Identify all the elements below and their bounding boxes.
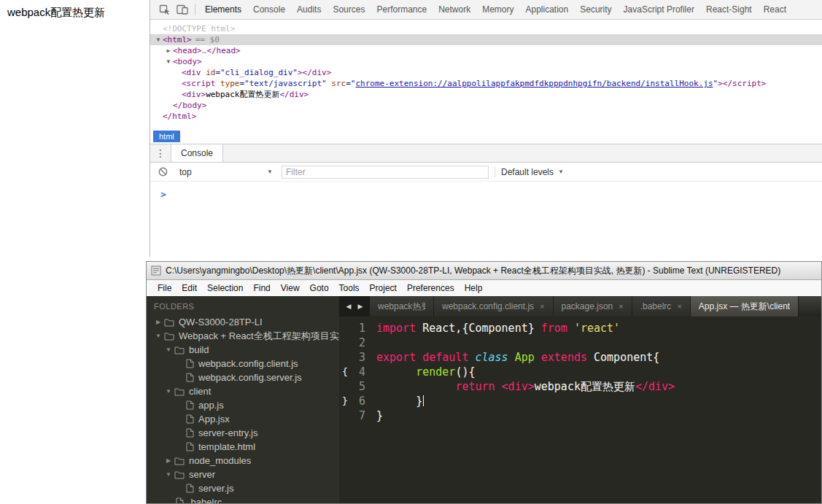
console-output[interactable]: > — [150, 182, 822, 257]
editor-tab-webpack[interactable]: webpack热更 — [370, 296, 434, 317]
tree-folder-qw-s3000[interactable]: ▶ QW-S3000-28TP-LI — [147, 315, 339, 329]
tree-folder-server[interactable]: ▼ server — [147, 468, 339, 481]
gutter-brace — [339, 379, 351, 394]
console-filter-input[interactable] — [282, 166, 489, 179]
inspect-element-icon[interactable] — [156, 0, 174, 19]
dom-node-head[interactable]: ▶<head>…</head> — [150, 45, 822, 56]
menu-edit[interactable]: Edit — [177, 282, 202, 295]
editor-tab-webpack-config-client[interactable]: webpack.config.client.js × — [434, 296, 554, 317]
dom-node-doctype[interactable]: <!DOCTYPE html> — [150, 23, 822, 34]
devtools-tab-application[interactable]: Application — [520, 0, 575, 19]
console-drawer-tabbar: ⋮ Console — [150, 144, 822, 163]
dom-tag: <html> — [163, 35, 192, 44]
expand-arrow-icon[interactable]: ▼ — [154, 333, 163, 339]
editor-tab-babelrc[interactable]: .babelrc × — [632, 296, 691, 317]
devtools-tab-sources[interactable]: Sources — [327, 0, 371, 19]
menu-goto[interactable]: Goto — [305, 282, 334, 295]
code-editor[interactable]: 1 import React,{Component} from 'react' … — [339, 317, 821, 503]
clear-console-icon[interactable] — [158, 167, 168, 177]
expand-arrow-icon[interactable]: ▼ — [164, 471, 173, 478]
dom-node-body-close[interactable]: </body> — [150, 100, 822, 111]
dom-node-cli-dialog-div[interactable]: <div id="cli_dialog_div"></div> — [150, 67, 822, 78]
devtools-tab-elements[interactable]: Elements — [199, 0, 247, 19]
devtools-tab-react[interactable]: React — [758, 0, 792, 19]
code-line[interactable]: 2 — [339, 336, 821, 350]
menu-view[interactable]: View — [276, 282, 305, 295]
dom-node-html-close[interactable]: </html> — [150, 111, 822, 122]
devtools-tab-audits[interactable]: Audits — [291, 0, 327, 19]
script-src-link[interactable]: chrome-extension://aalppolilappfakpmdfdk… — [355, 79, 713, 88]
tree-file-webpack-config-client[interactable]: webpack.config.client.js — [147, 357, 339, 371]
expand-arrow-icon[interactable]: ▼ — [164, 56, 173, 67]
tab-label: package.json — [562, 301, 613, 311]
code-line[interactable]: 5 return <div>webpack配置热更新</div> — [339, 379, 821, 394]
sublime-sidebar: FOLDERS ▶ QW-S3000-28TP-LI ▼ Webpack + R… — [147, 296, 339, 503]
devtools-tab-performance[interactable]: Performance — [371, 0, 433, 19]
code-token: } — [376, 409, 383, 422]
editor-tab-package-json[interactable]: package.json × — [554, 296, 632, 317]
editor-tab-app-jsx[interactable]: App.jsx — 热更新\client — [691, 296, 799, 317]
line-number: 6 — [351, 394, 365, 408]
overflow-menu-icon[interactable]: ⋮ — [150, 144, 171, 162]
menu-preferences[interactable]: Preferences — [402, 282, 460, 295]
file-icon — [186, 359, 194, 368]
collapse-arrow-icon[interactable]: ▶ — [164, 45, 173, 56]
tree-file-app-jsx[interactable]: App.jsx — [147, 412, 339, 426]
device-toolbar-icon[interactable] — [174, 0, 191, 19]
devtools-tab-react-sight[interactable]: React-Sight — [700, 0, 758, 19]
collapse-arrow-icon[interactable]: ▶ — [164, 457, 173, 464]
code-token — [495, 380, 502, 393]
dom-attr-value: ="text/javascript" — [239, 79, 326, 88]
dom-node-html[interactable]: ▼<html>== $0 — [150, 34, 822, 45]
tree-folder-build[interactable]: ▼ build — [147, 343, 339, 357]
tree-file-app-js[interactable]: app.js — [147, 398, 339, 412]
sublime-titlebar[interactable]: C:\Users\yangmingbo\Desktop\热更新\client\A… — [147, 262, 821, 280]
dom-node-script[interactable]: <script type="text/javascript" src="chro… — [150, 78, 822, 89]
code-line[interactable]: { 4 render(){ — [339, 365, 821, 379]
folder-icon — [164, 318, 174, 327]
tab-nav-arrows[interactable]: ◀ ▶ — [339, 296, 370, 317]
devtools-tab-console[interactable]: Console — [247, 0, 291, 19]
folder-icon — [174, 457, 185, 465]
code-line[interactable]: 7 } — [339, 408, 821, 423]
console-drawer-tab[interactable]: Console — [171, 144, 223, 162]
breadcrumb-item-html[interactable]: html — [153, 131, 180, 142]
nav-forward-icon[interactable]: ▶ — [358, 303, 363, 310]
code-line[interactable]: 3 export default class App extends Compo… — [339, 350, 821, 365]
menu-tools[interactable]: Tools — [334, 282, 365, 295]
tree-folder-client[interactable]: ▼ client — [147, 384, 339, 398]
expand-arrow-icon[interactable]: ▼ — [154, 34, 163, 45]
devtools-tab-network[interactable]: Network — [433, 0, 476, 19]
tree-item-label: client — [189, 386, 211, 397]
menu-selection[interactable]: Selection — [202, 282, 248, 295]
tree-file-template-html[interactable]: template.html — [147, 440, 339, 454]
close-icon[interactable]: × — [540, 302, 544, 311]
devtools-tab-memory[interactable]: Memory — [476, 0, 519, 19]
tree-file-babelrc[interactable]: .babelrc — [147, 495, 339, 503]
code-line[interactable]: } 6 } — [339, 394, 821, 408]
menu-project[interactable]: Project — [365, 282, 402, 295]
close-icon[interactable]: × — [619, 302, 623, 311]
menu-find[interactable]: Find — [248, 282, 275, 295]
dom-node-webpack-div[interactable]: <div>webpack配置热更新</div> — [150, 89, 822, 100]
dom-node-body[interactable]: ▼<body> — [150, 56, 822, 67]
tree-file-server-entry[interactable]: server-entry.js — [147, 426, 339, 440]
devtools-tab-security[interactable]: Security — [574, 0, 617, 19]
devtools-tab-javascript-profiler[interactable]: JavaScript Profiler — [618, 0, 700, 19]
menu-file[interactable]: File — [152, 282, 177, 295]
nav-back-icon[interactable]: ◀ — [346, 303, 352, 310]
execution-context-selector[interactable]: top ▼ — [179, 167, 273, 177]
expand-arrow-icon[interactable]: ▼ — [164, 388, 173, 395]
collapse-arrow-icon[interactable]: ▶ — [154, 319, 163, 325]
code-line[interactable]: 1 import React,{Component} from 'react' — [339, 321, 821, 336]
console-prompt[interactable]: > — [150, 189, 166, 200]
menu-help[interactable]: Help — [460, 282, 488, 295]
close-icon[interactable]: × — [677, 302, 681, 311]
tree-file-server-js[interactable]: server.js — [147, 481, 339, 495]
dom-tag: <body> — [173, 57, 202, 66]
log-levels-selector[interactable]: Default levels ▼ — [501, 167, 564, 177]
tree-file-webpack-config-server[interactable]: webpack.config.server.js — [147, 371, 339, 384]
tree-folder-webpack-react[interactable]: ▼ Webpack + React全栈工程架构项目实战 — [147, 329, 339, 343]
tree-folder-node-modules[interactable]: ▶ node_modules — [147, 454, 339, 468]
expand-arrow-icon[interactable]: ▼ — [164, 346, 173, 353]
